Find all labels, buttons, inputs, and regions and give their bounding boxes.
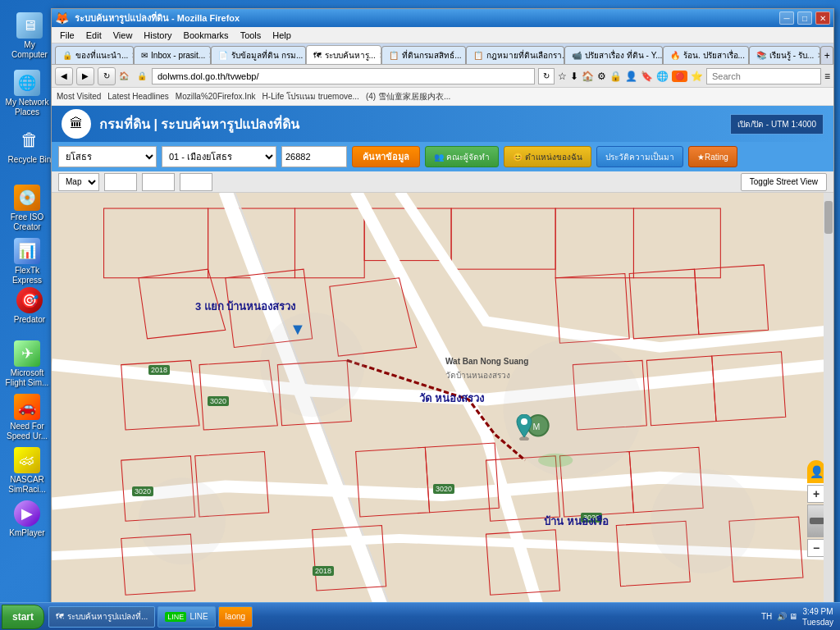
- menu-history[interactable]: History: [139, 29, 176, 42]
- home-button[interactable]: 🏠: [119, 70, 132, 83]
- desktop-icon-recycle-bin[interactable]: 🗑 Recycle Bin: [7, 127, 52, 165]
- bookmark-star[interactable]: ☆: [558, 71, 567, 82]
- svg-point-35: [260, 313, 364, 417]
- browser-title: ระบบค้นหารูปแปลงที่ดิน - Mozilla Firefox: [75, 11, 776, 25]
- desktop-icon-nfs[interactable]: 🚗 Need For Speed Ur...: [4, 394, 50, 441]
- tab-8[interactable]: 📚 เรียนรู้ - รับ... ✕: [749, 46, 821, 64]
- bookmark-icon[interactable]: 🔖: [641, 71, 653, 82]
- rating-button[interactable]: ★Rating: [688, 146, 737, 167]
- page-toolbar: ยโสธร 01 - เมืองยโสธร ค้นหาข้อมูล 👥คณะผู…: [52, 142, 833, 171]
- search-input[interactable]: [706, 68, 821, 84]
- desktop-icon-predator[interactable]: 🎯 Predator: [7, 287, 52, 325]
- menu-help[interactable]: Help: [267, 29, 296, 42]
- menu-tools[interactable]: Tools: [235, 29, 267, 42]
- history-button[interactable]: ประวัติความเป็นมา: [596, 146, 683, 167]
- settings-icon[interactable]: ⚙: [597, 71, 606, 82]
- bookmark-hlife[interactable]: H-Life โปรแนม truemove...: [262, 90, 359, 103]
- desktop: 🖥 My Computer 🌐 My Network Places 🗑 Recy…: [0, 0, 840, 630]
- menu-file[interactable]: File: [55, 29, 80, 42]
- committee-button[interactable]: 👥คณะผู้จัดทำ: [425, 146, 499, 167]
- taskbar-item-browser[interactable]: 🗺 ระบบค้นหารูปแปลงที่...: [48, 606, 155, 628]
- zoom-controls: 👤 + −: [807, 460, 825, 557]
- desktop-icon-my-computer[interactable]: 🖥 My Computer: [7, 12, 52, 60]
- search-button[interactable]: ค้นหาข้อมูล: [352, 146, 420, 167]
- url-input[interactable]: [152, 68, 535, 84]
- page-logo: 🏛: [62, 109, 91, 139]
- bookmark-firefox[interactable]: Mozilla%20Firefox.Ink: [176, 92, 256, 101]
- desktop-icon-flight-sim[interactable]: ✈ Microsoft Flight Sim...: [4, 340, 50, 388]
- page-title: กรมที่ดิน | ระบบค้นหารูปแปลงที่ดิน: [99, 114, 299, 135]
- road-number-3020-4: 3020: [581, 513, 602, 523]
- taskbar-item-line[interactable]: LINE LINE: [158, 606, 215, 628]
- map-scrollbar[interactable]: [824, 193, 833, 606]
- arrow-down-icon: ▼: [290, 320, 306, 339]
- menu-bookmarks[interactable]: Bookmarks: [179, 29, 234, 42]
- desktop-icon-free-iso[interactable]: 💿 Free ISO Creator: [4, 185, 50, 232]
- lock-icon2[interactable]: 🔒: [609, 71, 622, 82]
- bookmark-chinese[interactable]: (4) 雪仙童家居服内衣...: [366, 91, 450, 103]
- taskbar-item-laong[interactable]: laong: [218, 606, 253, 628]
- scroll-thumb: [824, 201, 833, 234]
- svg-point-40: [521, 418, 527, 425]
- bookmarks-bar: Most Visited Latest Headlines Mozilla%20…: [52, 88, 833, 106]
- person-icon[interactable]: 👤: [625, 71, 637, 82]
- road-number-2018-2: 2018: [313, 566, 334, 576]
- globe-icon[interactable]: 🌐: [656, 71, 669, 82]
- menu-view[interactable]: View: [108, 29, 138, 42]
- parcel-input[interactable]: [281, 146, 347, 167]
- bookmark-latest-headlines[interactable]: Latest Headlines: [107, 92, 169, 101]
- street-view-person[interactable]: 👤: [807, 460, 825, 483]
- desktop-icon-nascar[interactable]: 🏎 NASCAR SimRaci...: [4, 447, 50, 495]
- road-number-3020-3: 3020: [433, 484, 454, 494]
- page-header: 🏛 กรมที่ดิน | ระบบค้นหารูปแปลงที่ดิน เปิ…: [52, 106, 833, 142]
- refresh-icon[interactable]: ↻: [538, 68, 555, 84]
- zoom-level-2[interactable]: [142, 173, 175, 191]
- close-button[interactable]: ✕: [815, 11, 830, 25]
- reload-button[interactable]: ↻: [98, 67, 116, 85]
- menu-icon[interactable]: ≡: [824, 71, 830, 82]
- street-view-button[interactable]: Toggle Street View: [741, 173, 827, 191]
- road-number-3020-1: 3020: [208, 396, 229, 406]
- tab-6[interactable]: 📹 ปรัยสาเรื่อง ที่ดิน - Y... ✕: [564, 46, 663, 64]
- zoom-level-1[interactable]: [104, 173, 137, 191]
- desktop-icon-flextk[interactable]: 📊 FlexTk Express: [4, 238, 50, 285]
- map-svg: M: [52, 193, 833, 606]
- address-bar: ◀ ▶ ↻ 🏠 🔒 ↻ ☆ ⬇ 🏠 ⚙ 🔒 👤 🔖 🌐 🔴 ⭐ ≡: [52, 65, 833, 88]
- star-icon[interactable]: ⭐: [691, 71, 703, 82]
- download-icon[interactable]: ⬇: [570, 71, 578, 82]
- menu-edit[interactable]: Edit: [81, 29, 107, 42]
- tab-7[interactable]: 🔥 ร้อน. ปรัยสาเรื่อ... ✕: [663, 46, 749, 64]
- zoom-out-button[interactable]: −: [807, 539, 825, 557]
- map-area[interactable]: M 3020 2018 3020 2018 3020 3020: [52, 193, 833, 606]
- tab-3-active[interactable]: 🗺 ระบบค้นหารู... ✕: [306, 45, 382, 64]
- start-button[interactable]: start: [2, 605, 44, 629]
- map-controls: Map Toggle Street View: [52, 171, 833, 193]
- tab-4[interactable]: 📋 ที่ดินกรมสสิทธ์... ✕: [381, 46, 466, 64]
- minimize-button[interactable]: ─: [779, 11, 794, 25]
- back-button[interactable]: ◀: [55, 67, 73, 85]
- tab-2[interactable]: 📄 รับข้อมูลที่ดิน กรม... ✕: [211, 46, 305, 64]
- maximize-button[interactable]: □: [797, 11, 812, 25]
- tab-5[interactable]: 📋 กฎหมายที่ดินเลือกรา... ✕: [466, 46, 564, 64]
- desktop-icon-kmplayer[interactable]: ▶ KmPlayer: [4, 500, 50, 538]
- lock-icon: 🔒: [135, 71, 148, 80]
- tab-0[interactable]: 🔒 ของที่แนะนำ... ✕: [55, 46, 134, 64]
- zoom-level-3[interactable]: [180, 173, 212, 191]
- addon-icon[interactable]: 🔴: [672, 71, 687, 82]
- province-select[interactable]: ยโสธร: [58, 146, 157, 167]
- home-icon[interactable]: 🏠: [582, 71, 594, 82]
- zoom-in-button[interactable]: +: [807, 485, 825, 503]
- system-tray-icons: 🔊 🖥: [777, 612, 797, 621]
- district-select[interactable]: 01 - เมืองยโสธร: [162, 146, 276, 167]
- new-tab-button[interactable]: +: [820, 46, 833, 64]
- bookmark-most-visited[interactable]: Most Visited: [57, 92, 101, 101]
- forward-button[interactable]: ▶: [76, 67, 94, 85]
- zoom-slider[interactable]: [807, 504, 825, 537]
- tab-1[interactable]: ✉ Inbox - prasit... ✕: [134, 46, 211, 64]
- browser-window: 🦊 ระบบค้นหารูปแปลงที่ดิน - Mozilla Firef…: [51, 8, 834, 607]
- desktop-icon-network[interactable]: 🌐 My Network Places: [4, 70, 50, 117]
- location-button[interactable]: 😊ตำแหน่งของฉัน: [504, 146, 591, 167]
- page-scale[interactable]: เปิด/ปิด - UTM 1:4000: [730, 114, 824, 135]
- taskbar-right: TH 🔊 🖥 3:49 PM Tuesday: [755, 606, 840, 628]
- map-type-select[interactable]: Map: [58, 173, 99, 191]
